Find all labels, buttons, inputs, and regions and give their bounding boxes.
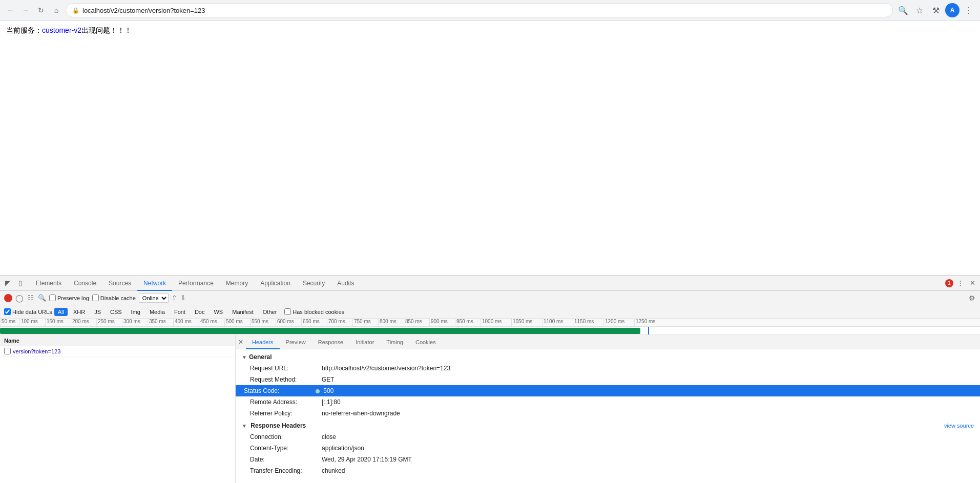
menu-button[interactable]: ⋮	[962, 3, 976, 17]
upload-icon: ⇧	[172, 294, 177, 296]
back-button[interactable]: ←	[4, 4, 16, 16]
page-content: 当前服务：customer-v2出现问题！！！	[0, 21, 980, 296]
browser-chrome: ← → ↻ ⌂ 🔒 localhost/v2/customer/version?…	[0, 0, 980, 21]
extension-button[interactable]: ⚒	[929, 3, 943, 17]
filter-icon-button[interactable]: ☷	[27, 294, 35, 297]
forward-button[interactable]: →	[19, 4, 32, 16]
browser-toolbar: ← → ↻ ⌂ 🔒 localhost/v2/customer/version?…	[0, 0, 980, 20]
search-network-button[interactable]: 🔍	[38, 294, 46, 297]
disable-cache-checkbox[interactable]	[92, 295, 99, 296]
disable-cache-label[interactable]: Disable cache	[92, 295, 136, 296]
tab-security[interactable]: Security	[297, 276, 331, 291]
network-toolbar-right: ⚙	[968, 294, 976, 297]
devtools-tab-bar: ◤ ▯ Elements Console Sources Network Per…	[0, 276, 980, 291]
tab-application[interactable]: Application	[254, 276, 297, 291]
service-label: 当前服务：	[6, 26, 42, 34]
clear-button[interactable]: ◯	[15, 294, 24, 297]
tab-performance[interactable]: Performance	[172, 276, 220, 291]
network-settings-icon[interactable]: ⚙	[968, 294, 976, 297]
devtools-panel: ◤ ▯ Elements Console Sources Network Per…	[0, 275, 980, 296]
tab-sources[interactable]: Sources	[102, 276, 137, 291]
url-text: localhost/v2/customer/version?token=123	[82, 7, 205, 14]
error-badge: 1	[945, 279, 953, 287]
network-toolbar: ◯ ☷ 🔍 Preserve log Disable cache Online …	[0, 291, 980, 296]
close-devtools-button[interactable]: ✕	[967, 278, 978, 289]
service-error: 出现问题！！！	[81, 26, 132, 34]
tab-elements[interactable]: Elements	[30, 276, 68, 291]
preserve-log-label[interactable]: Preserve log	[49, 295, 89, 296]
tab-network[interactable]: Network	[137, 276, 172, 291]
device-icon[interactable]: ▯	[14, 278, 26, 289]
tab-console[interactable]: Console	[68, 276, 102, 291]
reload-button[interactable]: ↻	[35, 4, 47, 16]
tab-audits[interactable]: Audits	[331, 276, 360, 291]
toolbar-right: 🔍 ☆ ⚒ A ⋮	[896, 3, 976, 17]
preserve-log-checkbox[interactable]	[49, 295, 56, 296]
lock-icon: 🔒	[72, 7, 79, 14]
address-bar[interactable]: 🔒 localhost/v2/customer/version?token=12…	[66, 3, 893, 17]
page-text: 当前服务：customer-v2出现问题！！！	[6, 26, 974, 35]
devtools-tabs-right: 1 ⋮ ✕	[945, 278, 978, 289]
search-button[interactable]: 🔍	[896, 3, 910, 17]
more-options-icon[interactable]: ⋮	[954, 278, 966, 289]
record-button[interactable]	[4, 294, 12, 297]
bookmark-button[interactable]: ☆	[912, 3, 927, 17]
service-name: customer-v2	[42, 26, 81, 34]
tab-memory[interactable]: Memory	[220, 276, 254, 291]
throttle-select[interactable]: Online	[139, 293, 169, 297]
devtools-icons: ◤ ▯	[2, 278, 26, 289]
account-button[interactable]: A	[945, 3, 960, 17]
inspect-icon[interactable]: ◤	[2, 278, 13, 289]
home-button[interactable]: ⌂	[50, 4, 62, 16]
download-icon: ⇩	[180, 294, 186, 296]
